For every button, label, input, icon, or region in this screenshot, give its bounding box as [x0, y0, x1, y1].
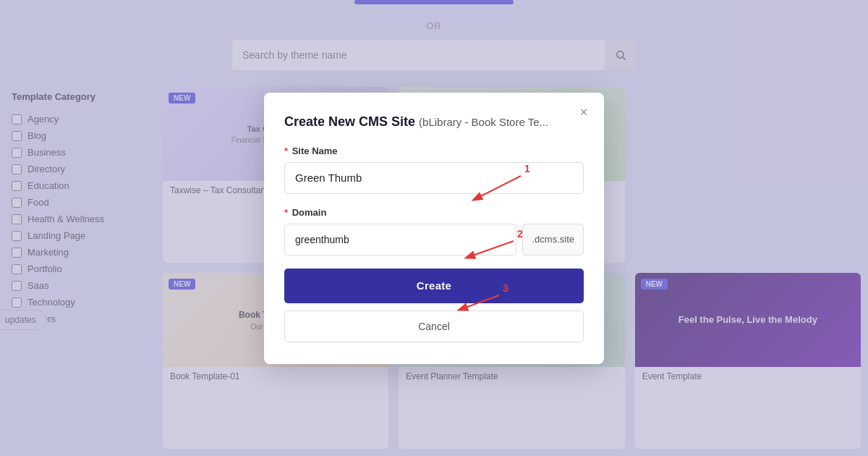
modal-close-button[interactable]: × [575, 104, 592, 122]
cancel-button[interactable]: Cancel [284, 311, 584, 342]
create-site-modal: × Create New CMS Site (bLibrary - Book S… [264, 93, 604, 364]
modal-overlay: × Create New CMS Site (bLibrary - Book S… [0, 0, 868, 456]
domain-suffix: .dcms.site [522, 224, 584, 256]
domain-label: * Domain [284, 207, 584, 218]
site-name-label: * Site Name [284, 145, 584, 156]
site-name-group: * Site Name [284, 145, 584, 194]
domain-input[interactable] [284, 224, 516, 256]
create-button[interactable]: Create [284, 269, 584, 303]
site-name-input[interactable] [284, 162, 584, 194]
domain-row: .dcms.site [284, 224, 584, 256]
domain-group: * Domain .dcms.site [284, 207, 584, 256]
modal-title: Create New CMS Site (bLibrary - Book Sto… [284, 114, 584, 130]
